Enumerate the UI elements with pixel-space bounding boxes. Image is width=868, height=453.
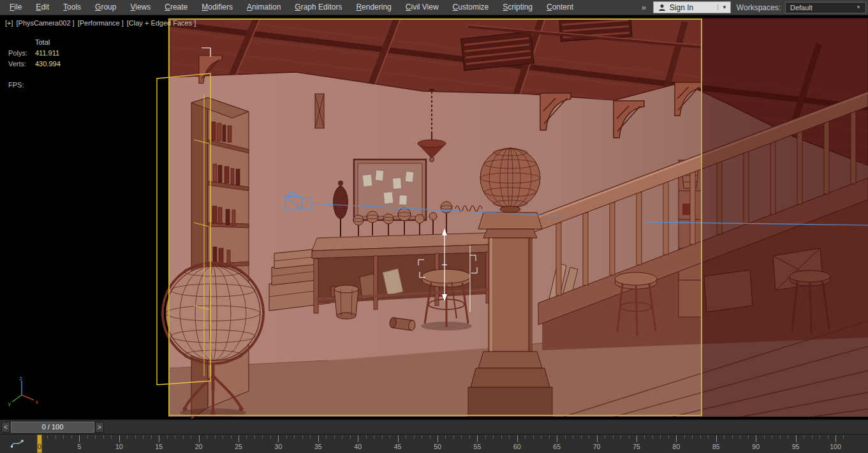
stats-total-header: Total: [35, 38, 61, 46]
trash-bin: [334, 285, 358, 319]
ruler-tick-45: 45: [394, 443, 402, 450]
menu-item-edit[interactable]: Edit: [29, 0, 56, 15]
workspaces-caret-icon: ▼: [856, 4, 861, 10]
stats-polys-value: 411.911: [35, 49, 61, 57]
mini-curve-editor-button[interactable]: [10, 438, 24, 449]
scene-canvas[interactable]: [168, 19, 868, 417]
stats-verts-value: 430.994: [35, 60, 61, 68]
ruler-tick-40: 40: [354, 443, 362, 450]
next-frame-button[interactable]: >: [95, 422, 104, 433]
workspaces-value: Default: [790, 4, 813, 11]
ruler-tick-25: 25: [235, 443, 242, 450]
menu-item-customize[interactable]: Customize: [446, 0, 496, 15]
menubar: FileEditToolsGroupViewsCreateModifiersAn…: [0, 0, 868, 15]
ruler-tick-60: 60: [513, 443, 521, 450]
ruler-tick-75: 75: [633, 443, 640, 450]
ruler-tick-95: 95: [792, 443, 800, 450]
workspaces-combo[interactable]: Default ▼: [785, 2, 866, 13]
ruler-tick-70: 70: [593, 443, 601, 450]
menubar-right: » Sign In ▼ Workspaces: Default ▼: [640, 1, 868, 13]
prev-frame-button[interactable]: <: [1, 422, 10, 433]
viewport-label-seg-0[interactable]: [+]: [5, 19, 13, 27]
time-slider-row: < 0 / 100 >: [0, 419, 868, 434]
menu-item-create[interactable]: Create: [158, 0, 195, 15]
menu-item-file[interactable]: File: [3, 0, 29, 15]
ruler-tick-10: 10: [115, 443, 123, 450]
ruler-tick-65: 65: [553, 443, 561, 450]
viewport-label-seg-1[interactable]: [PhysCamera002 ]: [17, 19, 75, 27]
menu-item-modifiers[interactable]: Modifiers: [195, 0, 240, 15]
time-slider-handle[interactable]: 0 / 100: [11, 422, 94, 433]
menu-item-views[interactable]: Views: [123, 0, 158, 15]
menubar-items: FileEditToolsGroupViewsCreateModifiersAn…: [0, 0, 580, 15]
trackbar[interactable]: 0510152025303540455055606570758085909510…: [0, 434, 868, 453]
signin-label: Sign In: [670, 3, 693, 12]
ruler-tick-35: 35: [314, 443, 322, 450]
outside-frame-shade: [702, 19, 868, 417]
menu-item-tools[interactable]: Tools: [56, 0, 88, 15]
axis-z-label: z: [19, 375, 22, 382]
stats-fps-label: FPS:: [8, 81, 35, 89]
wall-sconce: [315, 94, 324, 128]
stats-verts-label: Verts:: [8, 60, 35, 68]
toolbar-overflow-icon[interactable]: »: [640, 3, 647, 12]
ruler-tick-20: 20: [195, 443, 203, 450]
ruler-tick-90: 90: [752, 443, 760, 450]
axis-tripod: z x y: [6, 375, 40, 406]
menu-item-rendering[interactable]: Rendering: [349, 0, 398, 15]
person-icon: [658, 4, 666, 11]
viewport-label: [+][PhysCamera002 ][Performance ][Clay +…: [5, 19, 196, 27]
bookshelf: [191, 98, 249, 419]
menu-item-group[interactable]: Group: [88, 0, 123, 15]
ruler-tick-5: 5: [77, 443, 81, 450]
axis-x-label: x: [35, 399, 39, 405]
ruler-tick-80: 80: [673, 443, 680, 450]
stats-polys-label: Polys:: [8, 49, 35, 57]
signin-button[interactable]: Sign In ▼: [653, 1, 731, 13]
bulletin-board: [354, 160, 426, 220]
app-window: FileEditToolsGroupViewsCreateModifiersAn…: [0, 0, 868, 453]
ruler-tick-55: 55: [474, 443, 482, 450]
viewport[interactable]: [+][PhysCamera002 ][Performance ][Clay +…: [0, 15, 868, 419]
ruler-labels: 0510152025303540455055606570758085909510…: [0, 434, 868, 453]
stats-overlay: Total Polys: 411.911 Verts: 430.994 FPS:: [8, 38, 61, 89]
ruler-tick-30: 30: [275, 443, 283, 450]
axis-y-label: y: [8, 401, 11, 406]
viewport-label-seg-2[interactable]: [Performance ]: [78, 19, 124, 27]
workspaces: Workspaces: Default ▼: [737, 2, 866, 13]
menu-item-animation[interactable]: Animation: [240, 0, 288, 15]
time-slider-track[interactable]: [0, 421, 868, 433]
ruler-tick-15: 15: [155, 443, 163, 450]
menu-item-content[interactable]: Content: [540, 0, 580, 15]
ruler-tick-85: 85: [712, 443, 720, 450]
ruler-tick-50: 50: [434, 443, 441, 450]
menu-item-graph-editors[interactable]: Graph Editors: [288, 0, 349, 15]
ruler-tick-0: 0: [38, 443, 41, 450]
viewport-label-seg-3[interactable]: [Clay + Edged Faces ]: [127, 19, 196, 27]
signin-caret-icon[interactable]: ▼: [717, 4, 727, 10]
menu-item-civil-view[interactable]: Civil View: [399, 0, 446, 15]
ruler-tick-100: 100: [830, 443, 841, 450]
menu-item-scripting[interactable]: Scripting: [496, 0, 540, 15]
workspaces-label: Workspaces:: [737, 3, 781, 12]
